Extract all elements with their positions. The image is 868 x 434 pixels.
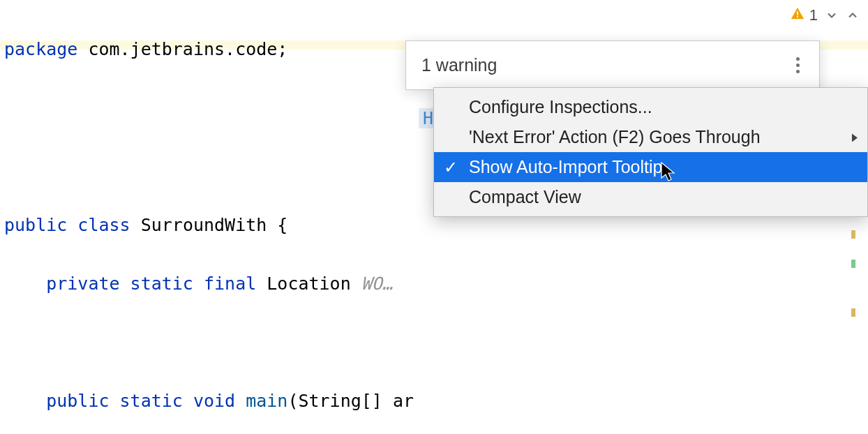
warning-icon [790,6,805,24]
package-name: com.jetbrains.code; [77,39,287,59]
type-name: Location [256,274,350,294]
keyword: public static void [4,391,235,411]
warning-stripe[interactable] [851,308,855,317]
menu-item-0[interactable]: Configure Inspections... [434,92,867,122]
kebab-icon[interactable] [792,56,804,75]
inspection-status-widget[interactable]: 1 [790,6,860,24]
chevron-right-icon [851,127,859,147]
popup-title: 1 warning [421,55,497,75]
keyword: public class [4,215,130,235]
method-name: main [235,391,287,411]
inspection-popup-header: 1 warning [406,41,819,89]
menu-item-2[interactable]: ✓Show Auto-Import Tooltip [434,152,867,182]
inline-hint: WO… [351,274,393,294]
menu-item-label: Configure Inspections... [469,97,652,117]
svg-rect-0 [797,11,798,15]
menu-item-label: Show Auto-Import Tooltip [469,157,662,177]
inspection-context-menu: Configure Inspections...'Next Error' Act… [433,87,868,217]
keyword: private static final [4,274,256,294]
ok-stripe[interactable] [851,260,855,268]
inspection-popup: 1 warning H [405,40,820,90]
warning-count: 1 [809,6,818,24]
chevron-down-icon[interactable] [825,8,839,22]
warning-stripe[interactable] [851,230,855,239]
menu-item-3[interactable]: Compact View [434,182,867,212]
menu-item-label: Compact View [469,187,581,207]
menu-item-1[interactable]: 'Next Error' Action (F2) Goes Through [434,122,867,152]
keyword: package [4,39,77,59]
check-icon: ✓ [444,158,458,177]
params: (String[] ar [287,391,414,411]
menu-item-label: 'Next Error' Action (F2) Goes Through [469,127,761,147]
class-name: SurroundWith { [130,215,288,235]
error-stripe-gutter[interactable] [851,230,855,338]
svg-rect-1 [797,16,798,17]
chevron-up-icon[interactable] [846,8,860,22]
